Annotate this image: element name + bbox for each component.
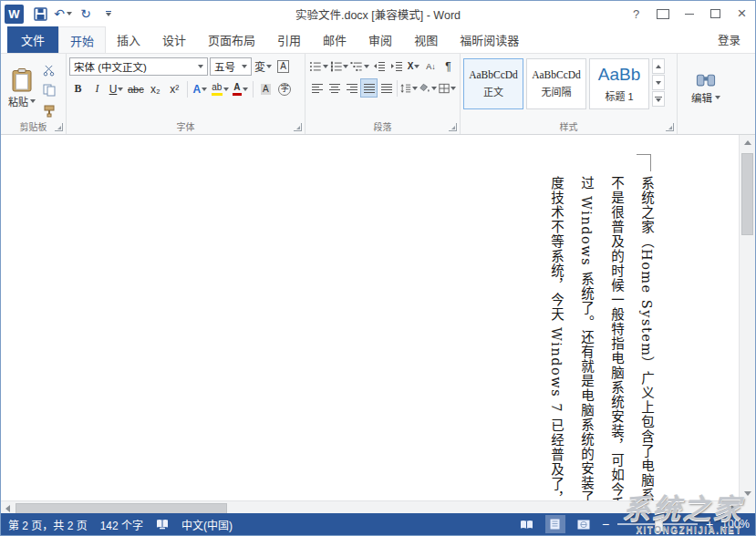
close-button[interactable]: × (729, 2, 755, 26)
tab-page-layout[interactable]: 页面布局 (197, 26, 266, 53)
bullets-button[interactable] (308, 57, 329, 76)
tab-file[interactable]: 文件 (7, 26, 58, 53)
maximize-button[interactable] (702, 2, 729, 26)
undo-button[interactable]: ↶ (52, 3, 74, 25)
word-count-indicator[interactable]: 142 个字 (100, 517, 143, 532)
font-size-dropdown-icon (242, 65, 247, 68)
format-painter-button[interactable] (40, 102, 57, 120)
style-name: 无间隔 (542, 84, 572, 98)
distribute-button[interactable] (378, 78, 395, 98)
tab-home[interactable]: 开始 (58, 26, 106, 53)
font-size-value: 五号 (214, 59, 235, 74)
underline-icon: U (109, 83, 118, 96)
styles-scroll-down-button[interactable] (652, 75, 665, 90)
underline-button[interactable]: U (108, 79, 125, 98)
tab-view[interactable]: 视图 (403, 26, 449, 53)
proofing-status[interactable] (156, 519, 169, 530)
italic-button[interactable]: I (88, 79, 106, 98)
tab-review[interactable]: 审阅 (357, 26, 403, 53)
character-border-button[interactable]: A (274, 57, 292, 76)
tab-mailings[interactable]: 邮件 (312, 26, 357, 53)
style-normal[interactable]: AaBbCcDd 正文 (463, 58, 523, 109)
superscript-button[interactable]: x² (166, 79, 183, 98)
document-canvas[interactable]: 系统之家（Home System）广义上包含了电脑系统安装相 不是很普及的时候一… (1, 135, 740, 500)
justify-button[interactable] (360, 78, 378, 98)
shading-button[interactable] (419, 78, 438, 98)
page-number-indicator[interactable]: 第 2 页，共 2 页 (8, 517, 88, 532)
increase-indent-button[interactable] (388, 57, 405, 76)
zoom-in-button[interactable]: + (706, 518, 713, 531)
zoom-level[interactable]: 100% (721, 518, 750, 531)
editing-button[interactable]: 编辑 (691, 72, 720, 105)
multilevel-list-button[interactable] (349, 57, 370, 76)
align-center-button[interactable] (326, 78, 343, 98)
phonetic-guide-button[interactable]: 変 (254, 57, 273, 76)
font-size-combobox[interactable]: 五号 (210, 57, 252, 76)
paste-label: 粘贴 (8, 94, 28, 108)
save-button[interactable] (29, 3, 51, 25)
customize-caret-icon (106, 11, 111, 16)
maximize-icon (710, 9, 720, 18)
zoom-out-button[interactable]: − (602, 518, 609, 531)
vertical-scrollbar-thumb[interactable] (741, 153, 753, 235)
paste-button[interactable]: 粘贴 (4, 57, 40, 120)
read-mode-button[interactable] (517, 515, 537, 533)
customize-quick-access-button[interactable] (98, 3, 119, 25)
sort-button[interactable]: A↓ (422, 57, 440, 76)
styles-scroll-up-button[interactable] (652, 58, 665, 74)
paste-icon (12, 68, 32, 92)
sign-in-button[interactable]: 登录 (703, 26, 755, 53)
tab-design[interactable]: 设计 (151, 26, 197, 53)
help-button[interactable]: ? (623, 2, 649, 26)
style-name: 标题 1 (605, 88, 633, 103)
tab-foxit-reader[interactable]: 福昕阅读器 (449, 26, 530, 53)
minimize-button[interactable] (676, 2, 702, 26)
style-no-spacing[interactable]: AaBbCcDd 无间隔 (526, 58, 586, 109)
tab-insert[interactable]: 插入 (106, 26, 151, 53)
style-name: 正文 (483, 84, 503, 98)
word-logo-icon[interactable]: W (5, 5, 24, 24)
font-name-combobox[interactable]: 宋体 (中文正文) (69, 57, 208, 76)
show-hide-marks-button[interactable]: ¶ (440, 57, 457, 76)
increase-indent-icon (390, 61, 403, 72)
scroll-up-button[interactable] (740, 135, 755, 149)
subscript-button[interactable]: x₂ (147, 79, 164, 98)
print-layout-button[interactable] (545, 515, 565, 533)
style-heading-1[interactable]: AaBb 标题 1 (589, 58, 649, 109)
asian-layout-button[interactable]: X (405, 57, 422, 76)
enclose-characters-button[interactable]: 字 (276, 79, 294, 98)
format-painter-icon (43, 105, 56, 118)
clipboard-dialog-launcher[interactable] (55, 123, 63, 131)
line-spacing-button[interactable] (399, 78, 419, 98)
zoom-slider[interactable] (617, 523, 698, 525)
copy-button[interactable] (40, 81, 57, 99)
highlight-color-button[interactable]: ab (211, 79, 230, 98)
web-layout-button[interactable] (574, 515, 594, 533)
cut-button[interactable] (40, 61, 57, 79)
bold-button[interactable]: B (69, 79, 87, 98)
strikethrough-button[interactable]: abc (127, 79, 145, 98)
vertical-scrollbar[interactable] (739, 135, 755, 500)
styles-more-button[interactable] (652, 91, 665, 107)
align-right-button[interactable] (343, 78, 360, 98)
decrease-indent-button[interactable] (370, 57, 388, 76)
separator (397, 80, 398, 97)
paragraph-group-label: 段落 (306, 119, 460, 133)
character-shading-button[interactable]: A (257, 79, 274, 98)
font-dialog-launcher[interactable] (294, 123, 302, 131)
ribbon-display-options-button[interactable] (649, 2, 676, 26)
language-indicator[interactable]: 中文(中国) (181, 517, 233, 532)
style-preview: AaBb (598, 65, 640, 85)
font-color-button[interactable]: A (232, 79, 249, 98)
text-effects-button[interactable]: A (192, 79, 209, 98)
zoom-slider-thumb[interactable] (655, 519, 663, 531)
tab-references[interactable]: 引用 (266, 26, 312, 53)
styles-dialog-launcher[interactable] (666, 123, 674, 131)
align-left-button[interactable] (308, 78, 326, 98)
paragraph-dialog-launcher[interactable] (449, 123, 457, 131)
text-boundary-corner-mark (637, 154, 651, 171)
redo-button[interactable]: ↻ (75, 3, 97, 25)
scroll-down-button[interactable] (740, 486, 755, 500)
numbering-button[interactable] (329, 57, 350, 76)
borders-button[interactable] (438, 78, 457, 98)
